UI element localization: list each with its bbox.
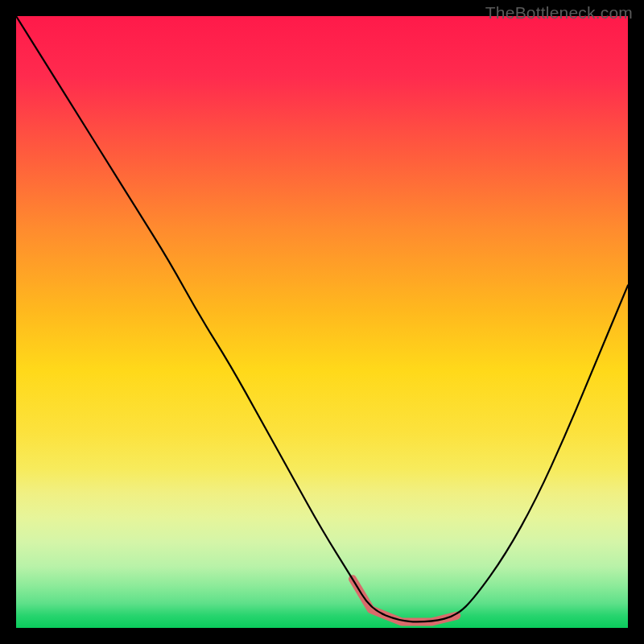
plot-area bbox=[16, 16, 628, 628]
trough-highlight bbox=[353, 579, 456, 621]
watermark-label: TheBottleneck.com bbox=[485, 3, 633, 23]
bottleneck-curve-line bbox=[16, 16, 628, 621]
chart-container: TheBottleneck.com bbox=[0, 0, 644, 644]
curve-svg bbox=[16, 16, 628, 628]
